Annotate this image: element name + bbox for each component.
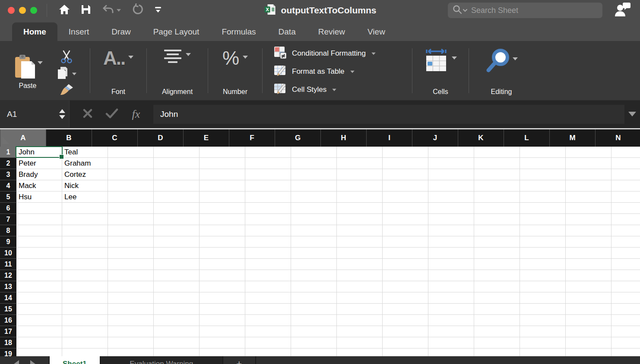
cell-H3[interactable] — [337, 169, 383, 180]
cell-K1[interactable] — [474, 147, 520, 158]
tab-formulas[interactable]: Formulas — [210, 22, 267, 41]
cell-I12[interactable] — [383, 270, 428, 281]
cell-M1[interactable] — [566, 147, 611, 158]
cell-I9[interactable] — [383, 236, 428, 248]
cancel-entry-button[interactable] — [76, 104, 100, 124]
cell-C14[interactable] — [108, 292, 154, 304]
cell-A10[interactable] — [16, 248, 62, 259]
sheet-tab-sheet1[interactable]: Sheet1 — [50, 356, 100, 364]
cell-E19[interactable] — [200, 348, 245, 356]
cell-K12[interactable] — [474, 270, 520, 281]
cell-M8[interactable] — [566, 225, 611, 236]
cell-E17[interactable] — [200, 326, 245, 337]
cell-L10[interactable] — [520, 248, 566, 259]
cell-A18[interactable] — [16, 337, 62, 348]
cell-M13[interactable] — [566, 281, 611, 292]
cell-D1[interactable] — [154, 147, 200, 158]
cell-N1[interactable] — [611, 147, 640, 158]
cell-A1[interactable]: John — [16, 147, 62, 158]
cell-A15[interactable] — [16, 304, 62, 315]
contact-support-button[interactable] — [613, 2, 632, 19]
cell-F3[interactable] — [245, 169, 291, 180]
cell-L9[interactable] — [520, 236, 566, 248]
number-dropdown-arrow[interactable] — [243, 56, 248, 59]
cell-M14[interactable] — [566, 292, 611, 304]
cell-B16[interactable] — [62, 315, 108, 326]
paste-dropdown-arrow[interactable] — [38, 61, 43, 64]
cell-B5[interactable]: Lee — [62, 191, 108, 203]
cell-C15[interactable] — [108, 304, 154, 315]
cell-J13[interactable] — [428, 281, 474, 292]
cell-C18[interactable] — [108, 337, 154, 348]
next-sheet-arrow-icon[interactable] — [30, 360, 35, 364]
alignment-group[interactable]: Alignment — [147, 41, 208, 100]
row-header-11[interactable]: 11 — [0, 259, 16, 270]
cell-I3[interactable] — [383, 169, 428, 180]
cell-K16[interactable] — [474, 315, 520, 326]
editing-group[interactable]: Editing — [469, 41, 534, 100]
cell-C2[interactable] — [108, 158, 154, 169]
row-header-19[interactable]: 19 — [0, 348, 16, 356]
cell-L14[interactable] — [520, 292, 566, 304]
cell-A6[interactable] — [16, 203, 62, 214]
cell-H6[interactable] — [337, 203, 383, 214]
cell-D3[interactable] — [154, 169, 200, 180]
font-dropdown-arrow[interactable] — [128, 56, 133, 59]
cell-M12[interactable] — [566, 270, 611, 281]
cell-E2[interactable] — [200, 158, 245, 169]
cell-G7[interactable] — [291, 214, 337, 225]
name-box-spinner[interactable] — [55, 100, 69, 128]
cell-E13[interactable] — [200, 281, 245, 292]
cell-G18[interactable] — [291, 337, 337, 348]
confirm-entry-button[interactable] — [100, 104, 124, 124]
cell-I13[interactable] — [383, 281, 428, 292]
cell-H2[interactable] — [337, 158, 383, 169]
cell-B6[interactable] — [62, 203, 108, 214]
cell-M10[interactable] — [566, 248, 611, 259]
cell-I2[interactable] — [383, 158, 428, 169]
cell-I17[interactable] — [383, 326, 428, 337]
cell-B17[interactable] — [62, 326, 108, 337]
cell-D4[interactable] — [154, 180, 200, 191]
cell-B4[interactable]: Nick — [62, 180, 108, 191]
cell-M9[interactable] — [566, 236, 611, 248]
select-all-button[interactable] — [0, 129, 0, 147]
cell-M5[interactable] — [566, 191, 611, 203]
cell-A2[interactable]: Peter — [16, 158, 62, 169]
cell-F19[interactable] — [245, 348, 291, 356]
cell-F4[interactable] — [245, 180, 291, 191]
cell-K17[interactable] — [474, 326, 520, 337]
cell-G12[interactable] — [291, 270, 337, 281]
cell-G6[interactable] — [291, 203, 337, 214]
cell-D15[interactable] — [154, 304, 200, 315]
row-header-15[interactable]: 15 — [0, 304, 16, 315]
cut-button[interactable] — [60, 51, 73, 65]
cell-G8[interactable] — [291, 225, 337, 236]
cell-A9[interactable] — [16, 236, 62, 248]
cell-L5[interactable] — [520, 191, 566, 203]
cell-D18[interactable] — [154, 337, 200, 348]
cell-A17[interactable] — [16, 326, 62, 337]
cell-M7[interactable] — [566, 214, 611, 225]
cell-B15[interactable] — [62, 304, 108, 315]
cell-E7[interactable] — [200, 214, 245, 225]
cell-F9[interactable] — [245, 236, 291, 248]
cell-M2[interactable] — [566, 158, 611, 169]
cell-J6[interactable] — [428, 203, 474, 214]
row-header-6[interactable]: 6 — [0, 203, 16, 214]
row-header-13[interactable]: 13 — [0, 281, 16, 292]
cell-K8[interactable] — [474, 225, 520, 236]
cell-F18[interactable] — [245, 337, 291, 348]
cell-A7[interactable] — [16, 214, 62, 225]
cell-styles-dropdown-arrow[interactable] — [333, 88, 337, 91]
cell-N13[interactable] — [611, 281, 640, 292]
cell-D14[interactable] — [154, 292, 200, 304]
zoom-window-button[interactable] — [30, 7, 37, 14]
cells-group[interactable]: Cells — [412, 41, 469, 100]
column-header-C[interactable]: C — [92, 129, 138, 147]
cell-L18[interactable] — [520, 337, 566, 348]
cell-I8[interactable] — [383, 225, 428, 236]
redo-button[interactable] — [128, 2, 147, 19]
cell-I18[interactable] — [383, 337, 428, 348]
cell-B3[interactable]: Cortez — [62, 169, 108, 180]
